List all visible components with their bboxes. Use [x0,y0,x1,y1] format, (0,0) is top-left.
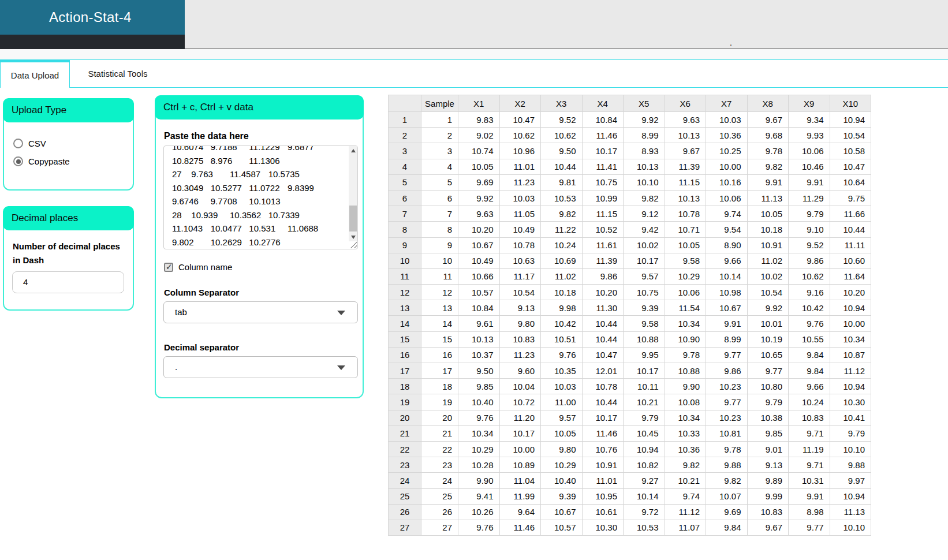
radio-button-copypaste[interactable] [13,156,23,166]
table-cell: 8 [421,222,458,237]
table-cell: 10.90 [665,331,706,347]
table-cell: 11.99 [499,488,541,504]
table-cell: 10.17 [582,410,624,425]
chevron-down-icon [337,311,345,315]
table-cell: 15 [421,331,458,347]
table-cell: 10.49 [499,222,541,237]
paste-data-card-header: Ctrl + c, Ctrl + v data [155,95,364,120]
header-dark-strip [0,35,185,49]
table-cell: 9.77 [706,347,748,363]
table-cell: 9.90 [665,379,706,394]
table-cell: 10.06 [706,190,748,206]
upload-type-card: Upload Type CSV Copypaste [3,98,134,191]
row-index-cell: 22 [389,441,421,457]
table-cell: 9.39 [541,488,583,504]
table-cell: 9.58 [624,316,665,331]
table-cell: 9.39 [624,300,665,316]
tab-bar: Data Upload Statistical Tools [0,59,948,88]
table-cell: 9.80 [541,441,583,457]
table-cell: 10.03 [706,112,748,128]
table-cell: 10.00 [706,159,748,174]
scroll-down-icon[interactable] [349,233,357,241]
table-cell: 9.60 [499,363,541,379]
table-cell: 10.75 [624,285,665,300]
table-cell: 11.29 [789,190,830,206]
table-cell: 10.54 [499,285,541,300]
table-cell: 9.97 [830,473,871,488]
table-row: 191910.4010.7211.0010.4410.2110.089.779.… [389,394,871,410]
table-cell: 11.22 [541,222,583,237]
table-cell: 11.17 [499,268,541,284]
column-separator-value: tab [175,302,187,323]
radio-label-csv: CSV [28,139,46,148]
table-cell: 9.57 [541,410,583,425]
column-separator-select[interactable]: tab [163,301,358,323]
table-cell: 10.06 [789,143,830,159]
tab-data-upload[interactable]: Data Upload [0,59,70,88]
table-cell: 10.83 [747,504,789,520]
table-cell: 10.52 [582,222,624,237]
table-cell: 9.85 [458,379,500,394]
table-cell: 10.94 [830,112,871,128]
scrollbar-thumb[interactable] [349,206,357,232]
table-cell: 11.66 [830,206,871,222]
table-cell: 11.12 [665,504,706,520]
table-cell: 10.81 [706,425,748,441]
column-header-cell: X5 [624,95,665,112]
table-cell: 9.71 [789,425,830,441]
table-cell: 10.84 [458,300,500,316]
table-cell: 9.66 [706,253,748,268]
table-cell: 10.57 [458,285,500,300]
column-name-checkbox[interactable] [164,263,173,272]
table-cell: 17 [421,363,458,379]
tab-statistical-tools[interactable]: Statistical Tools [70,59,166,88]
row-index-cell: 4 [389,159,421,174]
table-cell: 10.34 [665,410,706,425]
table-row: 4410.0511.0110.4411.4110.1311.3910.009.8… [389,159,871,174]
paste-data-label: Paste the data here [164,129,363,143]
table-cell: 10.13 [665,128,706,143]
textarea-scrollbar[interactable] [349,146,357,241]
table-cell: 9.82 [541,206,583,222]
radio-button-csv[interactable] [13,139,23,148]
table-cell: 9.79 [789,206,830,222]
table-cell: 10.61 [582,504,624,520]
radio-option-copypaste[interactable]: Copypaste [13,156,133,166]
tab-label: Data Upload [11,70,59,80]
upload-type-card-header: Upload Type [3,98,134,122]
table-cell: 9.42 [624,222,665,237]
decimal-separator-select[interactable]: . [163,356,358,378]
table-cell: 10.69 [541,253,583,268]
table-cell: 11.39 [665,159,706,174]
table-cell: 9.84 [789,347,830,363]
radio-option-csv[interactable]: CSV [13,139,133,148]
scroll-up-icon[interactable] [349,146,357,155]
table-cell: 10.44 [582,316,624,331]
resize-grip-icon[interactable] [349,241,357,248]
table-cell: 9.99 [747,488,789,504]
table-cell: 10.51 [541,331,583,347]
table-cell: 10.14 [624,488,665,504]
app-root: Action-Stat-4 . Data Upload Statistical … [0,0,948,560]
table-cell: 10.60 [830,253,871,268]
table-cell: 24 [421,473,458,488]
table-cell: 10.03 [499,190,541,206]
table-cell: 3 [421,143,458,159]
table-row: 25259.4111.999.3910.9510.149.7410.079.99… [389,488,871,504]
table-cell: 10.74 [458,143,500,159]
table-cell: 10.66 [458,268,500,284]
header-banner: . [185,0,948,49]
table-cell: 9.64 [499,504,541,520]
table-cell: 9.66 [789,379,830,394]
table-cell: 8.98 [789,504,830,520]
column-name-option[interactable]: Column name [164,262,232,272]
table-cell: 11.23 [499,174,541,190]
table-cell: 11.02 [541,268,583,284]
table-row: 27279.7611.4610.5710.3010.5311.079.849.6… [389,520,871,535]
table-cell: 9.01 [747,441,789,457]
table-cell: 10.03 [541,379,583,394]
decimal-places-input[interactable]: 4 [12,271,124,293]
table-cell: 10.20 [582,285,624,300]
paste-textarea[interactable]: 10.6074 9.7188 11.1229 9.6877 10.8275 8.… [163,145,358,249]
row-index-cell: 6 [389,190,421,206]
